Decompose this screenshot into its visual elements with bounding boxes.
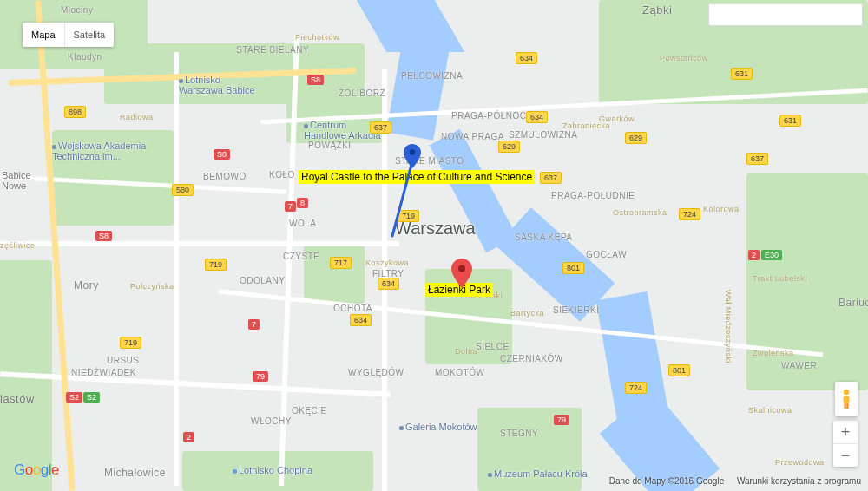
d: Radiowa xyxy=(120,113,154,121)
d: Mory xyxy=(74,279,99,291)
d: Zwoleńska xyxy=(753,349,794,357)
d: WYGLĘDÓW xyxy=(348,368,404,377)
poi-lotnisko-babice[interactable]: Lotnisko Warszawa Babice xyxy=(179,75,255,95)
d: Trakt Lubelski xyxy=(753,274,807,283)
poi-chopina[interactable]: Lotnisko Chopina xyxy=(233,465,312,475)
shield-s8: S8 xyxy=(214,149,230,160)
shield-719: 719 xyxy=(398,210,419,222)
d: SASKA KĘPA xyxy=(515,232,573,242)
d: Skalnicowa xyxy=(748,406,792,415)
shield-801: 801 xyxy=(562,262,584,274)
shield-634: 634 xyxy=(516,52,537,64)
d: ŻOLIBORZ xyxy=(339,88,385,98)
shield-2: 2 xyxy=(748,250,760,260)
pin-royal-castle[interactable] xyxy=(404,144,421,161)
svg-point-3 xyxy=(844,390,850,396)
label-royal-castle[interactable]: Royal Castle to the Palace of Culture an… xyxy=(299,170,535,184)
d: ODOLANY xyxy=(240,276,285,285)
shield-2: 2 xyxy=(183,432,194,442)
shield-e30: E30 xyxy=(761,250,782,260)
d: PELCOWIZNA xyxy=(401,71,463,81)
d: Wał Miedzeszyński xyxy=(724,290,733,363)
shield-79: 79 xyxy=(253,371,268,382)
d: Kolorowa xyxy=(703,205,740,213)
shield-629: 629 xyxy=(498,141,520,153)
shield-631: 631 xyxy=(731,68,753,80)
shield-629: 629 xyxy=(625,132,647,144)
d: OCHOTA xyxy=(333,304,372,313)
search-input[interactable] xyxy=(708,3,863,26)
d: Piechotków xyxy=(295,33,339,42)
shield-724: 724 xyxy=(625,382,647,394)
d: Powstańców xyxy=(660,54,708,62)
d: KOŁO xyxy=(269,170,295,180)
shield-s2: S2 xyxy=(66,392,82,403)
zoom-out-button[interactable]: − xyxy=(833,443,858,467)
shield-634: 634 xyxy=(526,111,548,123)
d: NIEDŹWIADEK xyxy=(71,368,136,377)
poi-muzeum[interactable]: Muzeum Pałacu Króla xyxy=(488,468,588,479)
d: NOWA PRAGA xyxy=(441,132,504,141)
shield-717: 717 xyxy=(330,257,352,269)
shield-631: 631 xyxy=(779,115,801,127)
d: URSUS xyxy=(107,356,140,365)
d: Przewodowa xyxy=(775,458,825,467)
map-attribution: Dane do Mapy ©2016 Google Warunki korzys… xyxy=(609,476,861,486)
poi-babice[interactable]: Babice Nowe xyxy=(2,170,31,191)
d: PRAGA-PÓŁNOC xyxy=(451,111,527,121)
street-view-pegman[interactable] xyxy=(835,382,858,416)
map-type-satellite[interactable]: Satelita xyxy=(64,23,115,47)
shield-801: 801 xyxy=(668,364,690,376)
d: SIEKIERKI xyxy=(553,305,599,315)
d: Bariuch xyxy=(838,297,868,309)
shield-s2: S2 xyxy=(83,392,100,403)
map-data-text: Dane do Mapy ©2016 Google xyxy=(609,476,724,486)
d: CZYSTE xyxy=(283,252,319,261)
d: MOKOTÓW xyxy=(435,368,484,377)
shield-7: 7 xyxy=(285,201,296,212)
d: CZERNIAKÓW xyxy=(500,354,563,363)
map-type-switch[interactable]: Mapa Satelita xyxy=(23,23,114,47)
shield-634: 634 xyxy=(378,278,399,290)
district-zabki: Ząbki xyxy=(642,3,672,16)
svg-point-1 xyxy=(410,149,416,155)
d: STARE BIELANY xyxy=(236,45,309,55)
shield-s8: S8 xyxy=(95,231,112,241)
d: Młociny xyxy=(61,5,93,15)
shield-637: 637 xyxy=(370,121,391,134)
zoom-in-button[interactable]: + xyxy=(833,421,858,443)
svg-rect-5 xyxy=(845,403,846,409)
d: Michałowice xyxy=(104,467,166,479)
shield-580: 580 xyxy=(172,184,194,196)
d: Dolna xyxy=(455,347,477,356)
d: Bartycka xyxy=(510,309,544,318)
d: WOLA xyxy=(289,219,316,228)
d: GOCŁAW xyxy=(586,250,627,259)
map-canvas[interactable]: Warszawa Ząbki Młociny Klaudyn STARE BIE… xyxy=(0,0,868,491)
google-logo: Google xyxy=(14,462,59,479)
shield-s8: S8 xyxy=(307,75,324,85)
d: sczęśliwice xyxy=(0,241,36,250)
shield-637: 637 xyxy=(746,153,768,165)
shield-634: 634 xyxy=(350,314,372,326)
map-type-map[interactable]: Mapa xyxy=(23,23,64,47)
d: BEMOWO xyxy=(203,172,247,181)
shield-719: 719 xyxy=(120,337,141,349)
shield-79: 79 xyxy=(554,415,569,425)
d: Połczyńska xyxy=(130,282,174,291)
shield-637: 637 xyxy=(540,172,562,184)
road xyxy=(174,52,179,486)
svg-point-2 xyxy=(458,265,465,272)
d: PRAGA-POŁUDNIE xyxy=(551,191,635,200)
shield-719: 719 xyxy=(205,259,227,271)
poi-akademia[interactable]: Wojskowa Akademia Techniczna im... xyxy=(52,141,146,161)
pin-lazienki[interactable] xyxy=(451,259,469,276)
terms-link[interactable]: Warunki korzystania z programu xyxy=(737,476,861,486)
d: POWĄZKI xyxy=(308,141,352,150)
poi-galeria[interactable]: Galeria Mokotów xyxy=(399,422,477,432)
shield-724: 724 xyxy=(679,208,700,220)
road xyxy=(0,371,391,397)
d: Ostrobramska xyxy=(613,208,667,217)
d: Zabraniecka xyxy=(562,121,610,130)
zoom-control: + − xyxy=(833,421,858,467)
